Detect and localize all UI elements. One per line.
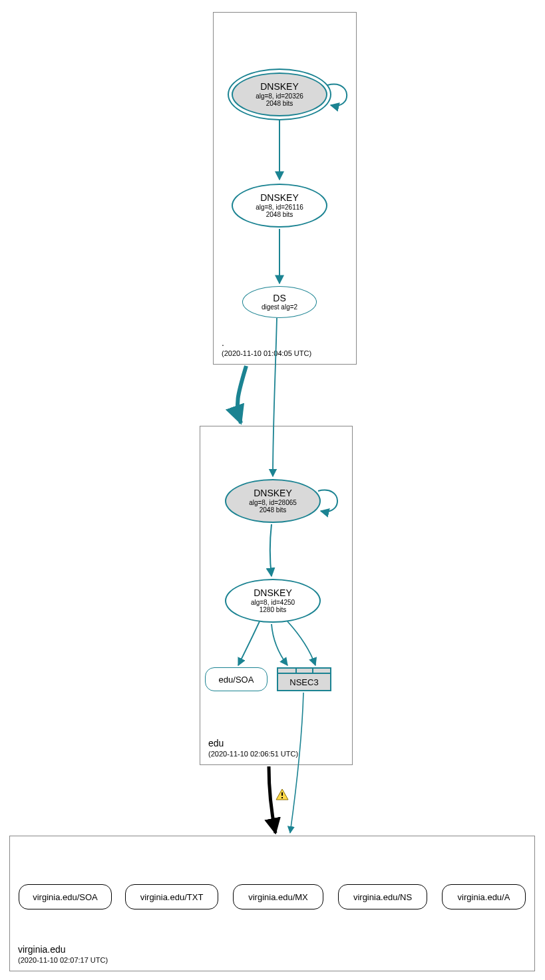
virginia-record-mx: virginia.edu/MX — [233, 884, 323, 909]
edu-zsk-title: DNSKEY — [254, 587, 292, 598]
edu-nsec3-label: NSEC3 — [289, 677, 318, 687]
root-ds-line2: digest alg=2 — [262, 303, 297, 311]
virginia-record-ns: virginia.edu/NS — [338, 884, 427, 909]
root-ds-title: DS — [273, 293, 285, 303]
root-ksk-node: DNSKEY alg=8, id=20326 2048 bits — [232, 73, 327, 116]
zone-edu-timestamp: (2020-11-10 02:06:51 UTC) — [208, 750, 298, 758]
root-ksk-title: DNSKEY — [260, 81, 299, 92]
edu-soa-node: edu/SOA — [205, 667, 268, 691]
edu-ksk-line2: alg=8, id=28065 — [249, 499, 297, 507]
zone-root-name: . — [222, 337, 311, 348]
root-ksk-line2: alg=8, id=20326 — [256, 92, 303, 100]
root-zsk-title: DNSKEY — [260, 192, 299, 203]
root-ksk-line3: 2048 bits — [266, 100, 293, 108]
zone-virginia-label: virginia.edu (2020-11-10 02:07:17 UTC) — [18, 944, 108, 964]
edu-nsec3-node: NSEC3 — [277, 667, 331, 691]
edu-ksk-title: DNSKEY — [254, 488, 292, 498]
zone-edu-name: edu — [208, 738, 298, 748]
zone-virginia-name: virginia.edu — [18, 944, 108, 955]
virginia-record-a-label: virginia.edu/A — [458, 892, 510, 902]
root-zsk-node: DNSKEY alg=8, id=26116 2048 bits — [232, 184, 327, 228]
svg-rect-2 — [281, 797, 283, 798]
zone-virginia-timestamp: (2020-11-10 02:07:17 UTC) — [18, 956, 108, 964]
edu-zsk-line3: 1280 bits — [260, 606, 287, 614]
virginia-record-soa: virginia.edu/SOA — [19, 884, 112, 909]
root-ds-node: DS digest alg=2 — [242, 286, 317, 318]
root-zsk-line3: 2048 bits — [266, 211, 293, 219]
root-zsk-line2: alg=8, id=26116 — [256, 204, 303, 212]
zone-root-label: . (2020-11-10 01:04:05 UTC) — [222, 337, 311, 357]
virginia-record-mx-label: virginia.edu/MX — [248, 892, 308, 902]
virginia-record-a: virginia.edu/A — [442, 884, 526, 909]
edu-zsk-line2: alg=8, id=4250 — [251, 599, 295, 607]
edu-soa-label: edu/SOA — [219, 675, 254, 685]
warning-icon — [275, 788, 289, 800]
zone-edu-label: edu (2020-11-10 02:06:51 UTC) — [208, 738, 298, 758]
virginia-record-soa-label: virginia.edu/SOA — [33, 892, 98, 902]
virginia-record-txt-label: virginia.edu/TXT — [140, 892, 204, 902]
edu-ksk-line3: 2048 bits — [260, 506, 287, 514]
edu-zsk-node: DNSKEY alg=8, id=4250 1280 bits — [225, 579, 321, 623]
zone-root-timestamp: (2020-11-10 01:04:05 UTC) — [222, 349, 311, 357]
edu-ksk-node: DNSKEY alg=8, id=28065 2048 bits — [225, 479, 321, 523]
virginia-record-ns-label: virginia.edu/NS — [353, 892, 412, 902]
virginia-record-txt: virginia.edu/TXT — [125, 884, 218, 909]
svg-rect-1 — [281, 792, 283, 796]
